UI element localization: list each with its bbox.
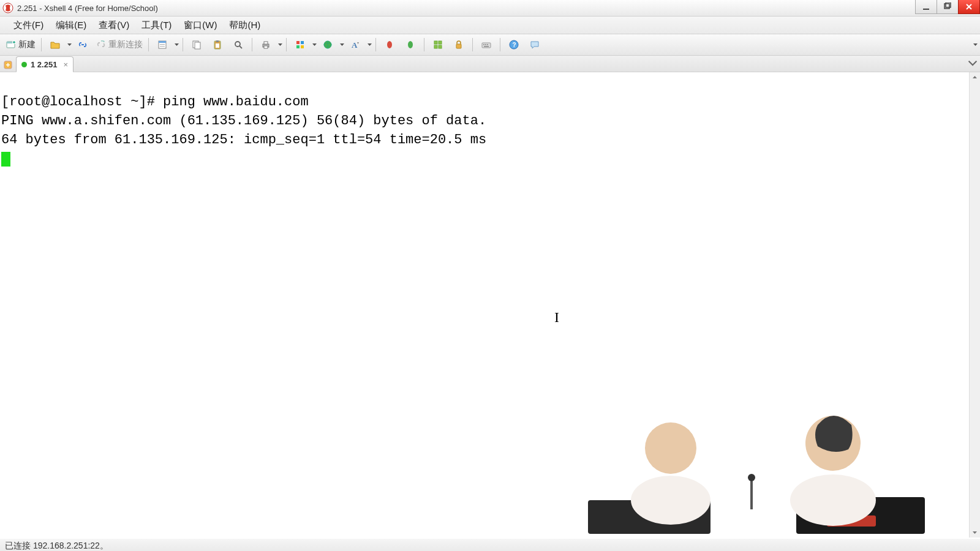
color-dropdown[interactable] [312, 43, 317, 47]
presenter-overlay [564, 393, 943, 534]
tab-close-icon[interactable]: × [63, 61, 68, 69]
web-dropdown[interactable] [339, 43, 344, 47]
separator [500, 38, 500, 51]
font-button[interactable]: A [345, 37, 365, 53]
separator [148, 38, 149, 51]
svg-rect-2 [944, 4, 949, 9]
status-text: 已连接 192.168.2.251:22。 [5, 541, 108, 551]
svg-rect-20 [296, 41, 300, 44]
lock-button[interactable] [449, 37, 469, 53]
web-button[interactable] [318, 37, 337, 53]
window-controls [916, 0, 980, 14]
svg-rect-27 [434, 41, 437, 44]
svg-rect-22 [296, 45, 300, 48]
svg-point-48 [748, 474, 755, 481]
reconnect-button[interactable]: 重新连接 [94, 37, 145, 53]
scroll-up-icon[interactable] [970, 72, 980, 83]
menu-help[interactable]: 帮助(H) [223, 18, 266, 33]
scroll-down-icon[interactable] [970, 527, 980, 538]
svg-rect-32 [482, 43, 491, 48]
svg-rect-35 [487, 44, 488, 45]
separator [424, 38, 424, 51]
separator [252, 38, 252, 51]
session-tab-1[interactable]: 1 2.251 × [16, 56, 74, 72]
reconnect-link-icon[interactable] [73, 37, 92, 53]
terminal-cursor [1, 152, 10, 167]
toolbar-overflow[interactable] [973, 43, 978, 47]
vertical-scrollbar[interactable] [969, 72, 980, 538]
copy-button[interactable] [187, 37, 206, 53]
svg-rect-29 [434, 45, 437, 48]
tile-button[interactable] [428, 37, 448, 53]
print-dropdown[interactable] [277, 43, 282, 47]
tab-bar: 1 2.251 × [0, 56, 980, 72]
keyboard-button[interactable] [477, 37, 496, 53]
color-scheme-button[interactable] [290, 37, 310, 53]
svg-text:?: ? [513, 42, 516, 48]
svg-rect-36 [484, 46, 489, 47]
svg-rect-3 [946, 2, 951, 7]
svg-rect-19 [264, 46, 268, 48]
reconnect-label: 重新连接 [108, 39, 143, 50]
svg-rect-31 [456, 44, 461, 48]
menu-window[interactable]: 窗口(W) [178, 18, 223, 33]
svg-rect-34 [485, 44, 486, 45]
svg-rect-28 [439, 41, 442, 44]
maximize-button[interactable] [937, 0, 959, 14]
svg-rect-23 [301, 45, 304, 48]
app-icon [2, 2, 17, 13]
new-session-label: 新建 [18, 39, 36, 50]
separator [286, 38, 287, 51]
menu-bar: 文件(F) 编辑(E) 查看(V) 工具(T) 窗口(W) 帮助(H) [0, 17, 980, 34]
tab-label: 1 2.251 [31, 60, 57, 69]
svg-point-45 [790, 474, 876, 526]
chat-icon[interactable] [525, 37, 545, 53]
separator [472, 38, 473, 51]
svg-rect-10 [160, 46, 165, 47]
menu-view[interactable]: 查看(V) [92, 18, 135, 33]
title-bar: 2.251 - Xshell 4 (Free for Home/School) [0, 0, 980, 17]
svg-rect-18 [264, 42, 268, 44]
menu-file[interactable]: 文件(F) [7, 18, 50, 33]
properties-button[interactable] [153, 37, 172, 53]
toolbar: 新建 重新连接 A ? [0, 34, 980, 56]
separator [183, 38, 183, 51]
svg-point-16 [235, 42, 240, 47]
add-tab-button[interactable] [1, 58, 15, 72]
text-cursor-ibeam: I [554, 308, 559, 327]
minimize-button[interactable] [915, 0, 937, 14]
svg-text:A: A [352, 40, 358, 50]
xagent-green-icon[interactable] [401, 37, 420, 53]
find-button[interactable] [228, 37, 248, 53]
terminal-line: PING www.a.shifen.com (61.135.169.125) 5… [1, 113, 486, 129]
close-button[interactable] [958, 0, 980, 14]
menu-tools[interactable]: 工具(T) [135, 18, 178, 33]
properties-dropdown[interactable] [174, 43, 179, 47]
menu-edit[interactable]: 编辑(E) [50, 18, 92, 33]
font-dropdown[interactable] [367, 43, 372, 47]
connected-dot-icon [21, 62, 27, 67]
terminal-line: 64 bytes from 61.135.169.125: icmp_seq=1… [1, 132, 486, 148]
svg-rect-8 [159, 41, 166, 43]
xagent-red-icon[interactable] [380, 37, 399, 53]
separator [41, 38, 42, 51]
terminal-line: [root@localhost ~]# ping www.baidu.com [1, 94, 309, 110]
status-bar: 已连接 192.168.2.251:22。 [0, 538, 980, 551]
svg-rect-9 [160, 44, 165, 45]
svg-point-43 [631, 476, 710, 525]
svg-rect-14 [216, 40, 219, 42]
open-dropdown[interactable] [67, 43, 72, 47]
svg-rect-15 [216, 43, 219, 48]
svg-point-44 [645, 422, 696, 474]
open-button[interactable] [45, 37, 65, 53]
svg-rect-33 [483, 44, 484, 45]
new-session-button[interactable]: 新建 [4, 37, 37, 53]
svg-rect-30 [439, 45, 442, 48]
svg-rect-21 [301, 41, 304, 44]
separator [375, 38, 376, 51]
help-button[interactable]: ? [504, 37, 524, 53]
paste-button[interactable] [208, 37, 227, 53]
tab-overflow-button[interactable] [968, 58, 978, 68]
print-button[interactable] [256, 37, 276, 53]
window-title: 2.251 - Xshell 4 (Free for Home/School) [17, 4, 158, 13]
